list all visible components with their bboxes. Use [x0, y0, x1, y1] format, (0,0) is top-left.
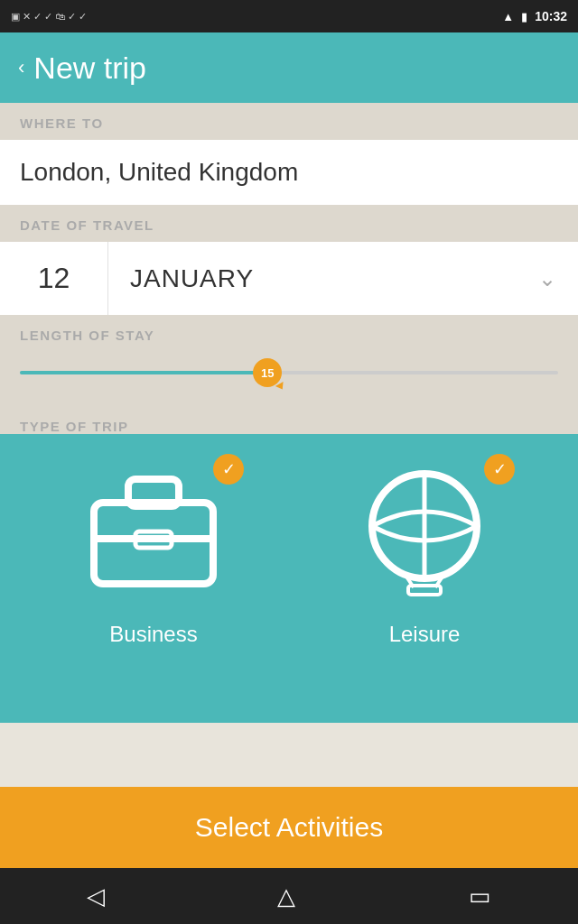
business-label: Business [109, 622, 197, 647]
slider-fill [20, 371, 267, 374]
type-of-trip-label: TYPE OF TRIP [0, 406, 578, 434]
header: ‹ New trip [0, 32, 578, 103]
business-check-badge: ✓ [213, 454, 244, 485]
nav-recents-button[interactable]: ▭ [469, 882, 491, 910]
month-dropdown-icon[interactable]: ⌄ [538, 266, 556, 291]
trip-card-business[interactable]: ✓ Business [18, 470, 289, 647]
where-to-section [0, 140, 578, 205]
business-icon [81, 470, 226, 600]
status-bar: ▣ ✕ ✓ ✓ 🛍 ✓ ✓ ▲ ▮ 10:32 [0, 0, 578, 32]
date-of-travel-label: DATE OF TRAVEL [0, 205, 578, 242]
status-bar-left-icons: ▣ ✕ ✓ ✓ 🛍 ✓ ✓ [11, 11, 87, 23]
length-of-stay-label: LENGTH OF STAY [20, 328, 558, 343]
trip-card-leisure[interactable]: ✓ Leisure [289, 470, 560, 647]
travel-day[interactable]: 12 [0, 242, 108, 315]
slider-value: 15 [261, 366, 274, 380]
leisure-icon [352, 470, 497, 600]
leisure-check-badge: ✓ [484, 454, 515, 485]
status-time: 10:32 [535, 9, 567, 23]
nav-home-button[interactable]: △ [277, 882, 295, 910]
page-title: New trip [33, 51, 146, 86]
nav-back-button[interactable]: ◁ [87, 882, 105, 910]
date-row: 12 JANUARY ⌄ [0, 242, 578, 315]
notification-icons: ▣ ✕ ✓ ✓ 🛍 ✓ ✓ [11, 11, 87, 23]
select-activities-button[interactable]: Select Activities [0, 787, 578, 868]
slider-thumb[interactable]: 15 [253, 358, 282, 387]
length-slider-container: 15 [20, 359, 558, 386]
svg-rect-8 [408, 586, 441, 595]
date-month-container[interactable]: JANUARY ⌄ [108, 245, 578, 313]
battery-icon: ▮ [521, 10, 527, 23]
trip-type-cards: ✓ Business ✓ [0, 434, 578, 723]
bottom-nav-bar: ◁ △ ▭ [0, 868, 578, 924]
destination-input[interactable] [20, 158, 558, 187]
slider-thumb-tail [275, 382, 286, 392]
wifi-icon: ▲ [502, 10, 514, 23]
where-to-label: WHERE TO [0, 103, 578, 140]
slider-track: 15 [20, 371, 558, 374]
leisure-label: Leisure [389, 622, 461, 647]
back-button[interactable]: ‹ [18, 56, 24, 79]
travel-month: JANUARY [130, 264, 254, 293]
length-of-stay-section: LENGTH OF STAY 15 [0, 315, 578, 406]
svg-rect-1 [94, 503, 213, 584]
select-activities-label: Select Activities [195, 812, 383, 843]
